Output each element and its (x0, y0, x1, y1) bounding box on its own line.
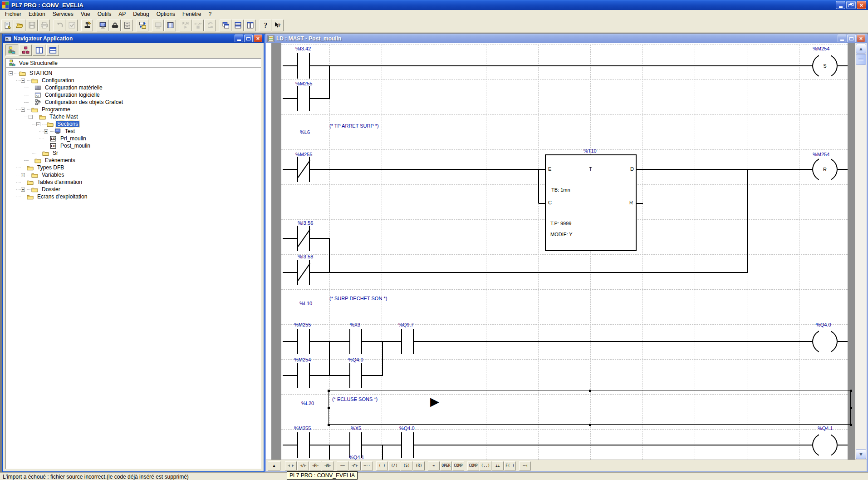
ladder-contact-no-q9-7[interactable] (401, 329, 414, 354)
palette-scroll-up-button[interactable]: ▲ (268, 461, 280, 470)
tree-item-configuration-logicielle[interactable]: A:iConfiguration logicielle (6, 91, 261, 99)
selection-handle[interactable] (328, 390, 330, 392)
tree-expander[interactable]: − (29, 115, 33, 119)
ladder-close-button[interactable]: × (857, 35, 865, 42)
tree-item-programme[interactable]: −Programme (6, 106, 261, 113)
toolbar-button-cascade-icon[interactable] (220, 20, 231, 31)
menu-item-vue[interactable]: Vue (77, 10, 94, 18)
palette-button-[interactable]: (/) (388, 461, 400, 470)
toolbar-button-run-icon[interactable]: RUN (180, 20, 191, 31)
tree-item-configuration-des-objets-grafcet[interactable]: Configuration des objets Grafcet (6, 99, 261, 106)
tree-item-label[interactable]: Test (64, 128, 76, 134)
toolbar-button-tile-vertical-icon[interactable] (244, 20, 256, 31)
nav-toolbar-button-split-horizontal-icon[interactable] (46, 45, 59, 56)
ladder-contact-no-m255[interactable] (297, 432, 310, 458)
nav-toolbar-button-split-vertical-icon[interactable] (33, 45, 45, 56)
palette-button-[interactable]: ⊣/⊢ (297, 461, 309, 470)
tree-expander[interactable]: + (44, 129, 48, 134)
tree-expander[interactable]: + (21, 188, 25, 192)
tree-item-label[interactable]: Variables (40, 172, 65, 178)
selection-handle[interactable] (589, 424, 591, 426)
selection-handle[interactable] (328, 407, 330, 409)
tree-expander[interactable]: − (21, 79, 25, 83)
tree-item-post-moulin[interactable]: LDPost_moulin (6, 142, 261, 149)
toolbar-button-open-icon[interactable] (14, 20, 25, 31)
selection-handle[interactable] (328, 424, 330, 426)
palette-button-p[interactable]: ⊣P⊢ (309, 461, 321, 470)
ladder-comment[interactable]: (* TP ARRET SURP *) (329, 123, 379, 129)
palette-button-[interactable]: ⊣*⊢ (349, 461, 361, 470)
tree-item-configuration[interactable]: −Configuration (6, 77, 261, 84)
scroll-down-button[interactable]: ▼ (856, 449, 866, 459)
ladder-coil-m254-r[interactable]: R (812, 157, 838, 182)
toolbar-button-prm-screen-icon[interactable] (97, 20, 108, 31)
tree-item-label[interactable]: Configuration matérielle (44, 84, 104, 91)
nav-toolbar-button-structural-view-icon[interactable] (5, 45, 18, 56)
ladder-contact-nc-i3-58[interactable] (297, 260, 310, 285)
tree-item-label[interactable]: Tâche Mast (48, 114, 79, 120)
selection-handle[interactable] (850, 424, 852, 426)
tree-item-variables[interactable]: +Variables (6, 171, 261, 178)
close-button[interactable]: × (857, 1, 866, 9)
palette-button-[interactable]: ⊣ ⊢ (285, 461, 297, 470)
toolbar-button-tile-horizontal-icon[interactable] (232, 20, 244, 31)
tree-item-label[interactable]: Ecrans d'exploitation (36, 193, 88, 200)
tree-item-label[interactable]: Types DFB (36, 164, 65, 171)
tree-item-ecrans-d-exploitation[interactable]: Ecrans d'exploitation (6, 193, 261, 200)
toolbar-button-stop-icon[interactable]: STOP (192, 20, 204, 31)
tree-item-prl-moulin[interactable]: LDPrl_moulin (6, 135, 261, 142)
tree-item-sections[interactable]: −Sections (6, 120, 261, 128)
selection-handle[interactable] (589, 390, 591, 392)
tree-expander[interactable]: + (21, 173, 25, 177)
tree-expander[interactable]: − (21, 108, 25, 112)
ladder-minimize-button[interactable] (838, 35, 846, 42)
palette-button-[interactable]: ( ) (376, 461, 388, 470)
ladder-contact-no-m254[interactable] (297, 363, 310, 388)
toolbar-button-help-icon[interactable]: ? (260, 20, 271, 31)
tree-item-station[interactable]: −STATION (6, 69, 261, 77)
ladder-contact-nc-i3-56[interactable] (297, 226, 310, 251)
menu-item-ap[interactable]: AP (115, 10, 129, 18)
ladder-coil-q4-1[interactable] (812, 433, 838, 457)
navigator-maximize-button[interactable] (244, 35, 253, 42)
ladder-contact-nc-m255[interactable] (297, 157, 310, 182)
tree-item-tache-mast[interactable]: −Tâche Mast (6, 113, 261, 120)
restore-button[interactable] (846, 1, 856, 9)
toolbar-button-confirm-icon[interactable] (66, 20, 78, 31)
selection-handle[interactable] (850, 390, 852, 392)
ladder-contact-no-x3[interactable] (349, 329, 362, 354)
toolbar-button-new-icon[interactable] (1, 20, 13, 31)
tree-item-label[interactable]: STATION (28, 70, 54, 76)
palette-button-comp[interactable]: COMP (467, 461, 479, 470)
ladder-contact-no-q4-0[interactable] (349, 363, 362, 388)
ladder-contact-no-i3-42[interactable] (297, 53, 310, 79)
tree-item-tables-d-animation[interactable]: Tables d'animation (6, 178, 261, 186)
toolbar-button-context-help-icon[interactable]: ? (272, 20, 284, 31)
ladder-coil-m254-s[interactable]: S (812, 54, 838, 78)
scroll-thumb[interactable] (856, 54, 866, 65)
tree-item-types-dfb[interactable]: Types DFB (6, 164, 261, 171)
menu-item-options[interactable]: Options (153, 10, 179, 18)
selection-handle[interactable] (850, 407, 852, 409)
tree-item-label[interactable]: Sr (51, 150, 59, 156)
palette-button-[interactable]: ─·· (361, 461, 373, 470)
palette-button-s[interactable]: (S) (401, 461, 412, 470)
toolbar-button-monitor-icon[interactable] (152, 20, 164, 31)
palette-button-comp[interactable]: COMP (452, 461, 464, 470)
tree-item-test[interactable]: +Test (6, 128, 261, 135)
menu-item-fichier[interactable]: Fichier (1, 10, 25, 18)
toolbar-button-grid-card-icon[interactable] (164, 20, 176, 31)
tree-item-label[interactable]: Configuration (40, 77, 75, 84)
tree-item-label[interactable]: Prl_moulin (59, 135, 88, 142)
toolbar-button-init-icon[interactable] (204, 20, 216, 31)
menu-item-services[interactable]: Services (49, 10, 77, 18)
ladder-coil-q4-0[interactable] (812, 329, 838, 354)
tree-item-evenements[interactable]: Evènements (6, 157, 261, 164)
navigator-close-button[interactable]: × (254, 35, 262, 42)
tree-item-label[interactable]: Configuration logicielle (44, 92, 101, 98)
toolbar-button-transfer-icon[interactable] (137, 20, 148, 31)
palette-button-n[interactable]: ⊣N⊢ (322, 461, 333, 470)
toolbar-button-print-icon[interactable] (38, 20, 50, 31)
tree-item-label[interactable]: Post_moulin (59, 143, 92, 149)
ladder-contact-no-q4-0[interactable] (401, 432, 414, 458)
